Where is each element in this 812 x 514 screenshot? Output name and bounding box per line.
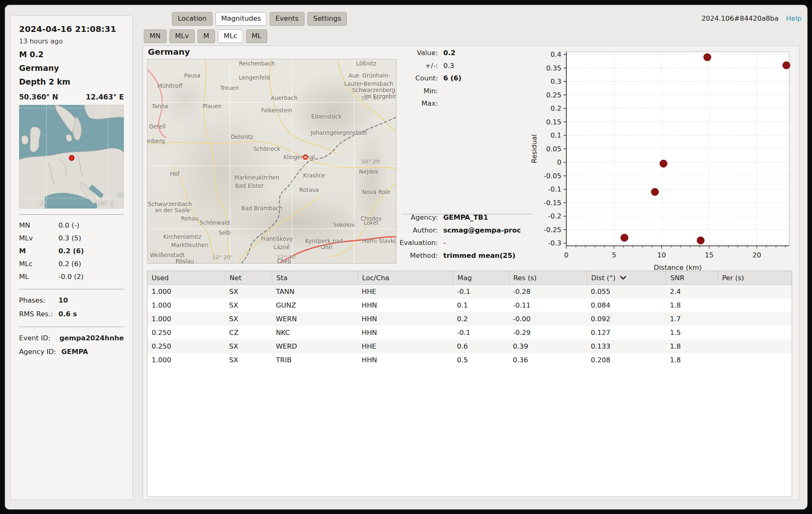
map-town-label: Klingenthal [283,154,315,160]
column-header-label: Loc/Cha [362,274,389,282]
map-town-label: Markneukirchen [234,174,279,181]
magnitude-value: -0.0 (2) [58,273,84,281]
cell: 1.8 [666,353,718,367]
magnitude-list-item-ml[interactable]: ML-0.0 (2) [19,270,124,283]
station-magnitude-table: UsedNetStaLoc/ChaMagRes (s)Dist (°)SNRPe… [147,271,792,497]
table-row-tann[interactable]: 1.000SXTANNHHE-0.1-0.280.0552.4 [147,285,792,298]
summary-region: Germany [19,63,124,73]
tab-location[interactable]: Location [172,12,213,26]
divider [19,214,124,215]
x-tick-label: 15 [705,251,713,259]
table-row-wern[interactable]: 1.000SXWERNHHN0.2-0.000.0921.7 [147,312,792,326]
residual-point-wern[interactable] [660,160,667,167]
residual-point-tann[interactable] [621,234,628,242]
magnitude-list-item-mn[interactable]: MN0.0 (-) [19,219,124,232]
map-town-label: Františkovy [261,235,293,242]
overview-map[interactable]: 0°20° E40° N [19,105,124,209]
cell: 0.127 [587,326,666,339]
magnitude-tab-mn[interactable]: MN [144,29,167,43]
cell: SX [225,285,272,298]
y-axis-title: Residual [530,134,538,163]
column-header-snr[interactable]: SNR [666,271,718,284]
help-link[interactable]: Help [786,15,802,22]
overview-map-label: 20° E [98,200,114,207]
map-town-label: Tanna [152,103,168,109]
map-town-label: Ohří [321,244,332,250]
map-town-label: Bad Brambach [241,205,282,211]
magnitude-list-item-mlv[interactable]: MLv0.3 (5) [19,232,124,245]
column-header-sta[interactable]: Sta [272,271,358,284]
column-header-used[interactable]: Used [147,271,225,284]
cell: -0.1 [453,326,509,339]
cell [718,326,792,339]
map-town-label: Schöneck [254,145,280,152]
map-town-label: Schwarzenbach [148,201,192,207]
main-tab-bar: LocationMagnitudesEventsSettings [172,12,347,26]
map-town-label: Falkenstein [261,107,292,114]
residual-point-werd[interactable] [703,53,711,61]
map-town-label: Oelsnitz [231,133,253,140]
residual-chart[interactable]: 0.40.350.30.250.20.150.10.050-0.05-0.1-0… [527,46,800,272]
tab-magnitudes[interactable]: Magnitudes [215,12,267,26]
magnitude-value: 0.3 (5) [58,234,81,242]
info-label: Count: [350,74,438,82]
info-row: Value:0.2 [350,49,462,62]
overview-map-label: 40° N [116,192,124,199]
table-row-gunz[interactable]: 1.000SXGUNZHHN0.1-0.110.0841.8 [147,298,792,312]
column-header-label: Dist (°) [591,274,616,282]
residual-point-gunz[interactable] [651,188,659,196]
map-town-label: an der Saale [155,207,190,213]
cell: 0.36 [509,353,587,367]
map-town-label: Marktleuthen [171,242,208,248]
cell: -0.28 [509,285,587,298]
magnitude-value: 0.0 (-) [58,221,79,229]
map-town-label: Nová Role [362,189,390,195]
cell [718,353,792,367]
residual-point-nkc[interactable] [697,237,704,244]
magnitude-info: Value:0.2+/-:0.3Count:6 (6)Min:Max: [350,49,462,112]
column-header-dist[interactable]: Dist (°) [587,271,666,284]
y-tick-label: 0.1 [551,131,561,139]
cell: 1.8 [666,298,718,312]
table-row-trib[interactable]: 1.000SXTRIBHHN0.50.360.2081.8 [147,353,792,367]
cell: SX [225,298,272,312]
cell: 0.092 [587,312,666,326]
phases-label: Phases: [19,296,58,304]
magnitude-value: 0.2 (6) [58,260,81,268]
magnitude-list-item-mlc[interactable]: MLc0.2 (6) [19,257,124,270]
table-row-werd[interactable]: 0.250SXWERDHHE0.60.390.1331.8 [147,339,792,353]
y-tick-label: -0.25 [544,226,561,234]
column-header-net[interactable]: Net [225,271,272,284]
column-header-per-s[interactable]: Per (s) [718,271,792,284]
column-header-mag[interactable]: Mag [453,271,509,284]
magnitude-list-item-m[interactable]: M0.2 (6) [19,245,124,257]
magnitude-tab-mlc[interactable]: MLc [218,29,243,43]
cell: HHE [358,339,453,353]
info-label: Value: [350,49,438,57]
column-header-label: SNR [670,274,684,282]
info-row: Author:scmag@gempa-proc [350,226,521,239]
magnitude-tab-m[interactable]: M [198,29,215,43]
time-ago: 13 hours ago [19,37,124,45]
longitude: 12.463° E [86,93,124,101]
map-town-label: Treuen [220,85,239,91]
cell: 0.250 [147,339,225,353]
magnitude-tab-ml[interactable]: ML [246,29,267,43]
residual-point-trib[interactable] [783,62,790,69]
overview-epicenter-marker [69,155,74,160]
magnitude-type: M [19,247,58,255]
y-tick-label: 0.3 [551,78,561,85]
table-header-row: UsedNetStaLoc/ChaMagRes (s)Dist (°)SNRPe… [147,271,792,285]
map-town-label: Pausa [184,72,201,79]
cell: SX [225,353,272,367]
table-row-nkc[interactable]: 0.250CZNKCHHN-0.1-0.290.1271.5 [147,326,792,339]
column-header-loc-cha[interactable]: Loc/Cha [358,271,453,284]
tab-events[interactable]: Events [270,12,304,26]
y-tick-label: 0.4 [551,51,561,58]
column-header-res-s[interactable]: Res (s) [509,271,587,284]
overview-map-label: 0° [40,200,47,207]
graticule-label: 50° 20' [361,158,381,165]
y-tick-label: 0.35 [546,64,561,72]
magnitude-tab-mlv[interactable]: MLv [169,29,195,43]
tab-settings[interactable]: Settings [307,12,347,26]
